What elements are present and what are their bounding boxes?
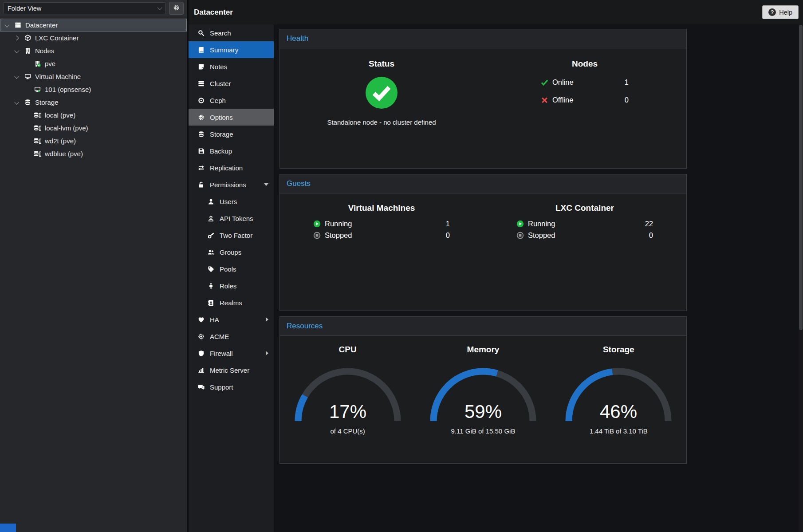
nav-item-label: Ceph [210, 97, 226, 104]
tree-item-virtual-machine[interactable]: Virtual Machine [0, 70, 187, 83]
nodes-status-column: Nodes Online 1 [483, 59, 686, 168]
expander-collapsed-icon[interactable] [13, 35, 20, 42]
tree-item-pve[interactable]: pve [0, 57, 187, 70]
gauge-title: Memory [467, 345, 500, 355]
nav-item-two-factor[interactable]: Two Factor [189, 227, 274, 244]
resources-panel: Resources CPU 17% of 4 CPU(s) Memory 59%… [279, 316, 687, 464]
nav-item-ceph[interactable]: Ceph [189, 92, 274, 109]
nav-item-metric-server[interactable]: Metric Server [189, 362, 274, 378]
node-status-rows: Online 1 Offline 0 [541, 78, 629, 104]
address-book-icon [207, 299, 215, 306]
tree-item-storage[interactable]: Storage [0, 96, 187, 109]
unlock-icon [197, 181, 205, 188]
search-icon [197, 30, 205, 36]
nav-item-label: Notes [210, 63, 227, 71]
tree-item-datacenter[interactable]: Datacenter [0, 19, 187, 32]
nav-item-label: Groups [220, 248, 241, 256]
scrollbar-thumb[interactable] [799, 25, 803, 330]
nav-item-summary[interactable]: Summary [189, 41, 274, 58]
nav-item-options[interactable]: Options [189, 109, 274, 126]
nav-item-api-tokens[interactable]: API Tokens [189, 210, 274, 227]
nav-item-label: Two Factor [220, 232, 252, 239]
guest-column-title: LXC Container [555, 203, 614, 213]
health-panel: Health Status Standalone node - no clust… [279, 29, 687, 169]
nodes-heading: Nodes [572, 59, 598, 69]
svg-text:46%: 46% [600, 401, 637, 422]
guest-column-title: Virtual Machines [348, 203, 415, 213]
resource-tree-panel: Folder View DatacenterLXC ContainerNodes… [0, 0, 187, 532]
running-icon [516, 220, 524, 228]
expander-spacer [23, 60, 30, 67]
tree-item-wdblue-pve[interactable]: wdblue (pve) [0, 147, 187, 160]
offline-value: 0 [625, 96, 629, 104]
svg-text:17%: 17% [329, 401, 366, 422]
nav-item-replication[interactable]: Replication [189, 159, 274, 176]
cluster-status-message: Standalone node - no cluster defined [327, 118, 436, 126]
expander-spacer [23, 86, 30, 93]
nav-item-label: API Tokens [220, 215, 253, 222]
nav-item-groups[interactable]: Groups [189, 244, 274, 260]
nodes-offline-row: Offline 0 [541, 96, 629, 104]
tree-item-lxc-container[interactable]: LXC Container [0, 32, 187, 44]
tree-item-nodes[interactable]: Nodes [0, 44, 187, 57]
right-region: Datacenter ? Help SearchSummaryNotesClus… [189, 0, 803, 532]
tree-settings-button[interactable] [169, 2, 184, 15]
nav-item-search[interactable]: Search [189, 24, 274, 41]
gauge-subtitle: 9.11 GiB of 15.50 GiB [451, 427, 516, 435]
nav-item-label: Backup [210, 147, 232, 155]
nav-item-pools[interactable]: Pools [189, 260, 274, 277]
content-area: Health Status Standalone node - no clust… [274, 24, 799, 532]
view-mode-select[interactable]: Folder View [3, 2, 166, 14]
gauge-subtitle: of 4 CPU(s) [330, 427, 365, 435]
tree-item-label: wd2t (pve) [45, 137, 76, 145]
nav-item-backup[interactable]: Backup [189, 142, 274, 159]
comments-icon [197, 384, 205, 390]
user-outline-icon [207, 215, 215, 222]
nav-item-notes[interactable]: Notes [189, 58, 274, 75]
nav-item-acme[interactable]: ACME [189, 328, 274, 345]
expander-expanded-icon[interactable] [4, 22, 11, 29]
expander-expanded-icon[interactable] [13, 99, 20, 106]
server-stack-icon [13, 22, 23, 28]
stopped-icon [516, 232, 524, 239]
guest-stat-rows: Running 22 Stopped 0 [516, 220, 653, 240]
tree-item-101-opnsense[interactable]: 101 (opnsense) [0, 83, 187, 96]
user-icon [207, 198, 215, 205]
book-icon [197, 47, 205, 53]
db-icon [197, 131, 205, 138]
nav-item-users[interactable]: Users [189, 193, 274, 210]
main-header: Datacenter ? Help [189, 0, 803, 24]
note-icon [197, 63, 205, 70]
gauge-title: CPU [339, 345, 357, 355]
nav-item-firewall[interactable]: Firewall [189, 345, 274, 362]
nav-item-support[interactable]: Support [189, 378, 274, 395]
replication-icon [197, 165, 205, 171]
resource-tree: DatacenterLXC ContainerNodespveVirtual M… [0, 16, 187, 532]
nav-item-ha[interactable]: HA [189, 311, 274, 328]
nav-item-label: Support [210, 383, 233, 391]
tree-item-label: Datacenter [25, 21, 58, 29]
tree-item-local-pve[interactable]: local (pve) [0, 109, 187, 122]
nav-item-permissions[interactable]: Permissions [189, 176, 274, 193]
health-panel-header: Health [280, 29, 686, 48]
help-button[interactable]: ? Help [762, 5, 799, 19]
nav-item-realms[interactable]: Realms [189, 294, 274, 311]
nav-item-label: Search [210, 29, 231, 37]
running-value: 22 [645, 220, 653, 228]
nav-item-cluster[interactable]: Cluster [189, 75, 274, 92]
gauge-chart: 59% [425, 360, 541, 426]
tree-item-local-lvm-pve[interactable]: local-lvm (pve) [0, 122, 187, 134]
expander-expanded-icon[interactable] [13, 73, 20, 80]
monitor-icon [23, 73, 32, 80]
storage-drive-icon [32, 138, 42, 144]
expander-expanded-icon[interactable] [13, 47, 20, 55]
nav-item-roles[interactable]: Roles [189, 277, 274, 294]
nav-item-label: Roles [220, 282, 236, 290]
nav-item-storage[interactable]: Storage [189, 126, 274, 142]
guest-stat-rows: Running 1 Stopped 0 [313, 220, 450, 240]
tree-item-wd2t-pve[interactable]: wd2t (pve) [0, 134, 187, 147]
shield-icon [197, 350, 205, 357]
content-scrollbar[interactable] [799, 24, 803, 532]
nav-item-label: Realms [220, 299, 242, 307]
vm-running-icon [32, 86, 42, 93]
